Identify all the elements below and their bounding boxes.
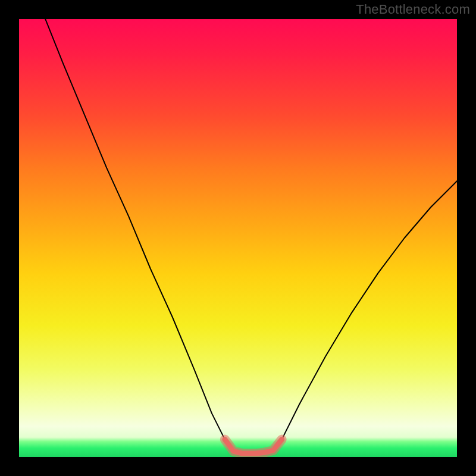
- plot-area: [19, 19, 457, 457]
- watermark-text: TheBottleneck.com: [356, 2, 470, 17]
- chart-svg: [19, 19, 457, 457]
- bottleneck-curve: [45, 19, 457, 453]
- chart-frame: TheBottleneck.com: [0, 0, 476, 476]
